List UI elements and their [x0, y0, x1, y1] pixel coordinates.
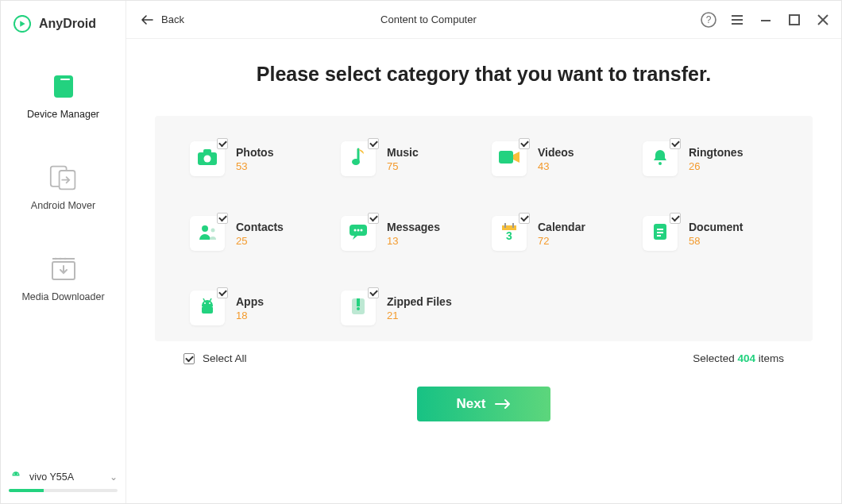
category-grid: Photos53 Music75 Videos43 Ringtones26 Co	[190, 141, 778, 325]
select-all-checkbox[interactable]: Select All	[183, 352, 247, 364]
category-zipped-files[interactable]: Zipped Files21	[341, 290, 476, 325]
calendar-icon: 3	[499, 222, 519, 244]
category-label: Ringtones	[689, 146, 743, 159]
checkbox-icon	[368, 287, 379, 298]
category-calendar[interactable]: 3 Calendar72	[492, 216, 627, 251]
help-button[interactable]: ?	[700, 11, 717, 29]
svg-point-11	[17, 474, 19, 475]
device-manager-icon	[49, 72, 78, 101]
category-messages[interactable]: Messages13	[341, 216, 476, 251]
category-count: 18	[236, 310, 264, 321]
svg-point-9	[64, 258, 65, 260]
category-label: Calendar	[538, 221, 585, 233]
svg-point-31	[357, 229, 360, 232]
sidebar-item-device-manager[interactable]: Device Manager	[1, 72, 126, 120]
minimize-button[interactable]	[757, 11, 774, 29]
svg-point-32	[361, 229, 363, 232]
apps-icon	[198, 298, 217, 318]
svg-rect-2	[60, 79, 70, 80]
svg-text:3: 3	[506, 229, 512, 241]
brand-name: AnyDroid	[39, 17, 96, 31]
next-button-label: Next	[457, 396, 486, 412]
checkbox-icon	[670, 138, 681, 149]
chevron-down-icon: ⌄	[110, 471, 118, 483]
checkbox-icon	[368, 213, 379, 224]
svg-point-30	[354, 229, 357, 232]
svg-rect-18	[790, 15, 799, 25]
media-downloader-icon	[49, 255, 78, 283]
menu-button[interactable]	[728, 11, 746, 29]
heading: Please select category that you want to …	[155, 63, 813, 86]
contacts-icon	[197, 223, 218, 244]
android-icon	[9, 470, 23, 484]
category-count: 72	[538, 235, 585, 247]
music-icon	[350, 148, 367, 170]
svg-rect-47	[357, 298, 360, 306]
category-count: 75	[387, 160, 419, 172]
ringtones-icon	[651, 148, 669, 170]
messages-icon	[348, 223, 369, 244]
svg-point-26	[659, 162, 662, 165]
device-selector[interactable]: vivo Y55A ⌄	[1, 466, 126, 497]
category-label: Photos	[236, 146, 273, 159]
category-count: 25	[236, 235, 284, 247]
category-label: Apps	[236, 295, 264, 308]
checkbox-icon	[519, 213, 530, 224]
category-music[interactable]: Music75	[341, 141, 476, 176]
svg-point-10	[14, 474, 15, 475]
checkbox-icon	[217, 213, 228, 224]
category-label: Zipped Files	[387, 295, 452, 308]
svg-point-28	[211, 229, 215, 233]
brand-logo-icon	[14, 15, 31, 33]
footer-row: Select All Selected 404 items	[155, 341, 813, 364]
category-photos[interactable]: Photos53	[190, 141, 325, 176]
select-all-label: Select All	[203, 352, 247, 364]
photos-icon	[197, 148, 218, 169]
main: Back Content to Computer ? Please select…	[126, 1, 841, 503]
category-videos[interactable]: Videos43	[492, 141, 627, 176]
svg-line-41	[203, 298, 205, 302]
svg-point-8	[59, 258, 60, 260]
device-name: vivo Y55A	[29, 471, 103, 483]
category-contacts[interactable]: Contacts25	[190, 216, 325, 251]
device-storage-bar	[9, 489, 118, 492]
category-count: 13	[387, 235, 440, 247]
category-count: 53	[236, 160, 273, 172]
next-button[interactable]: Next	[417, 387, 551, 421]
checkbox-icon	[519, 138, 530, 149]
page-title: Content to Computer	[189, 13, 700, 25]
sidebar-item-android-mover[interactable]: Android Mover	[1, 164, 126, 211]
category-apps[interactable]: Apps18	[190, 290, 325, 325]
back-button[interactable]: Back	[136, 10, 189, 29]
android-mover-icon	[49, 164, 78, 192]
maximize-button[interactable]	[786, 11, 803, 29]
back-arrow-icon	[141, 14, 153, 25]
svg-point-44	[209, 302, 210, 304]
window-tools: ?	[700, 11, 832, 29]
category-count: 58	[689, 235, 743, 247]
arrow-right-icon	[495, 398, 511, 410]
category-label: Contacts	[236, 221, 284, 233]
category-ringtones[interactable]: Ringtones26	[643, 141, 778, 176]
svg-point-23	[204, 156, 211, 163]
svg-line-42	[210, 298, 211, 302]
category-count: 21	[387, 310, 452, 321]
back-label: Back	[161, 13, 184, 25]
close-button[interactable]	[814, 11, 832, 29]
sidebar-nav: Device Manager Android Mover Media Downl…	[1, 72, 126, 302]
sidebar: AnyDroid Device Manager Android Mover Me…	[1, 1, 126, 503]
document-icon	[651, 222, 669, 244]
brand: AnyDroid	[1, 1, 126, 40]
checkbox-icon	[670, 213, 681, 224]
svg-point-7	[54, 258, 56, 260]
svg-point-24	[352, 159, 360, 165]
category-card: Photos53 Music75 Videos43 Ringtones26 Co	[155, 116, 813, 341]
sidebar-item-media-downloader[interactable]: Media Downloader	[1, 255, 126, 302]
svg-point-48	[357, 307, 360, 310]
svg-point-27	[202, 225, 208, 232]
category-document[interactable]: Document58	[643, 216, 778, 251]
category-label: Music	[387, 146, 419, 159]
videos-icon	[498, 150, 520, 167]
sidebar-item-label: Android Mover	[31, 200, 95, 211]
category-label: Videos	[538, 146, 574, 159]
